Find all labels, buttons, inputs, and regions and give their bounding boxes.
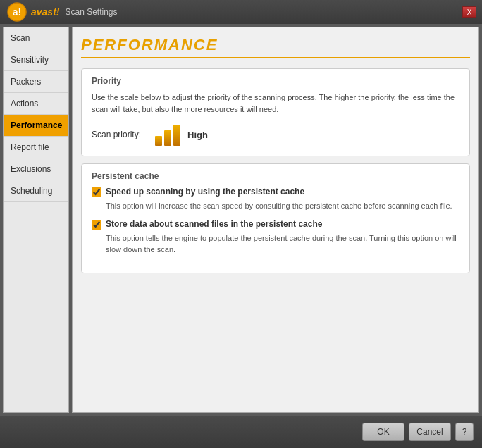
- sidebar-item-actions[interactable]: Actions: [4, 93, 68, 115]
- content-area: PERFORMANCE Priority Use the scale below…: [72, 27, 479, 413]
- title-bar-controls: X: [462, 6, 476, 18]
- avast-logo-icon: a!: [6, 2, 28, 22]
- main-content: Scan Sensitivity Packers Actions Perform…: [0, 24, 482, 416]
- page-title: PERFORMANCE: [81, 36, 470, 58]
- title-bar-left: a! avast! Scan Settings: [6, 2, 118, 22]
- avast-text: avast!: [31, 6, 59, 18]
- option1-desc: This option will increase the scan speed…: [106, 200, 459, 212]
- option1-checkbox[interactable]: [92, 187, 101, 197]
- option2-label: Store data about scanned files in the pe…: [106, 219, 322, 229]
- priority-bar-chart: [155, 123, 180, 146]
- app-window: a! avast! Scan Settings X Scan Sensitivi…: [0, 0, 482, 448]
- option1-row: Speed up scanning by using the persisten…: [92, 187, 459, 197]
- scan-priority-row: Scan priority: High: [92, 123, 459, 146]
- priority-section: Priority Use the scale below to adjust t…: [81, 68, 470, 156]
- priority-value: High: [187, 130, 208, 140]
- sidebar-item-exclusions[interactable]: Exclusions: [4, 158, 68, 180]
- close-button[interactable]: X: [462, 6, 476, 18]
- sidebar-item-report-file[interactable]: Report file: [4, 137, 68, 158]
- svg-text:a!: a!: [13, 6, 21, 18]
- option2-desc: This option tells the engine to populate…: [106, 232, 459, 256]
- option2-row: Store data about scanned files in the pe…: [92, 219, 459, 230]
- sidebar-item-scheduling[interactable]: Scheduling: [4, 180, 68, 202]
- title-bar: a! avast! Scan Settings X: [0, 0, 482, 24]
- footer: OK Cancel ?: [0, 416, 482, 448]
- sidebar-item-performance[interactable]: Performance: [4, 115, 68, 137]
- scan-priority-label: Scan priority:: [92, 130, 148, 139]
- priority-section-desc: Use the scale below to adjust the priori…: [92, 92, 459, 115]
- ok-button[interactable]: OK: [362, 423, 404, 441]
- cache-section: Persistent cache Speed up scanning by us…: [81, 163, 470, 273]
- help-button[interactable]: ?: [455, 423, 474, 441]
- sidebar-item-sensitivity[interactable]: Sensitivity: [4, 49, 68, 71]
- avast-logo: a! avast!: [6, 2, 59, 22]
- cancel-button[interactable]: Cancel: [409, 423, 451, 441]
- priority-section-title: Priority: [92, 76, 459, 86]
- sidebar: Scan Sensitivity Packers Actions Perform…: [3, 27, 69, 413]
- option1-label: Speed up scanning by using the persisten…: [106, 187, 304, 197]
- sidebar-item-scan[interactable]: Scan: [4, 27, 68, 49]
- bar-high: [173, 125, 180, 146]
- bar-medium: [164, 130, 171, 146]
- sidebar-item-packers[interactable]: Packers: [4, 71, 68, 93]
- cache-section-title: Persistent cache: [92, 171, 459, 181]
- option2-checkbox[interactable]: [92, 220, 101, 230]
- title-bar-title: Scan Settings: [65, 7, 117, 17]
- bar-low: [155, 136, 162, 146]
